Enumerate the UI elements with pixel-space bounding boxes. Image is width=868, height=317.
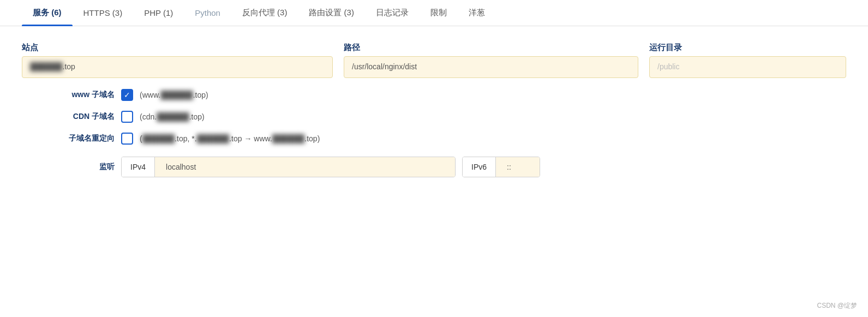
site-label: 站点: [22, 43, 333, 53]
option-row-cdn-subdomain: CDN 子域名(cdn.██████.top): [55, 111, 846, 123]
tab-python[interactable]: Python: [184, 1, 231, 25]
tab-routing[interactable]: 路由设置 (3): [298, 0, 365, 26]
checkbox-www-subdomain[interactable]: ✓: [121, 89, 133, 101]
tab-https[interactable]: HTTPS (3): [73, 1, 134, 25]
tab-onion[interactable]: 洋葱: [458, 0, 496, 26]
option-value-www-subdomain: (www.██████.top): [140, 91, 208, 99]
option-label-subdomain-redirect: 子域名重定向: [55, 134, 115, 143]
rundir-input[interactable]: /public: [649, 56, 846, 78]
main-content: 站点 ██████.top 路径 /usr/local/nginx/dist 运…: [0, 26, 868, 194]
tab-limit[interactable]: 限制: [420, 0, 458, 26]
path-label: 路径: [344, 43, 638, 53]
path-input[interactable]: /usr/local/nginx/dist: [344, 56, 638, 78]
tabs-bar: 服务 (6)HTTPS (3)PHP (1)Python反向代理 (3)路由设置…: [0, 0, 868, 26]
option-label-www-subdomain: www 子域名: [55, 90, 115, 100]
option-label-cdn-subdomain: CDN 子域名: [55, 112, 115, 122]
tab-logs[interactable]: 日志记录: [365, 0, 420, 26]
path-field-group: 路径 /usr/local/nginx/dist: [344, 43, 638, 78]
tab-php[interactable]: PHP (1): [133, 1, 184, 25]
site-field-group: 站点 ██████.top: [22, 43, 333, 78]
ipv4-value[interactable]: localhost: [155, 157, 455, 177]
checkbox-subdomain-redirect[interactable]: [121, 133, 133, 145]
option-value-cdn-subdomain: (cdn.██████.top): [140, 112, 205, 121]
option-value-subdomain-redirect: (██████.top, *.██████.top → www.██████.t…: [140, 134, 320, 143]
tab-reverse-proxy[interactable]: 反向代理 (3): [231, 0, 298, 26]
ipv6-label: IPv6: [463, 157, 496, 177]
ipv6-group: IPv6 ::: [462, 157, 540, 177]
option-row-subdomain-redirect: 子域名重定向(██████.top, *.██████.top → www.██…: [55, 133, 846, 145]
checkbox-cdn-subdomain[interactable]: [121, 111, 133, 123]
site-path-row: 站点 ██████.top 路径 /usr/local/nginx/dist 运…: [22, 43, 846, 78]
ipv4-group: IPv4 localhost: [121, 157, 456, 177]
ipv6-value[interactable]: ::: [496, 157, 540, 177]
tab-services[interactable]: 服务 (6): [22, 0, 73, 26]
rundir-field-group: 运行目录 /public: [649, 43, 846, 78]
option-row-www-subdomain: www 子域名✓(www.██████.top): [55, 89, 846, 101]
rundir-label: 运行目录: [649, 43, 846, 53]
listen-row: 监听 IPv4 localhost IPv6 ::: [55, 157, 846, 177]
options-section: www 子域名✓(www.██████.top)CDN 子域名(cdn.████…: [55, 89, 846, 145]
listen-label: 监听: [55, 162, 115, 172]
site-input[interactable]: ██████.top: [22, 56, 333, 78]
ipv4-label: IPv4: [122, 157, 155, 177]
